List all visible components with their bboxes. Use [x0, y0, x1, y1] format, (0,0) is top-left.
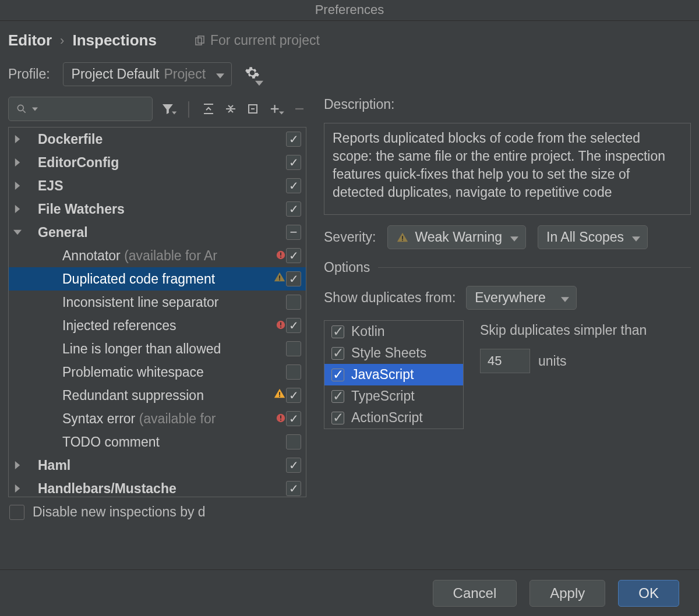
- tree-row[interactable]: General: [9, 221, 306, 244]
- tree-row[interactable]: Injected references: [9, 314, 306, 337]
- tree-item-label: Annotator (available for Ar: [62, 248, 272, 264]
- skip-value-input[interactable]: [480, 349, 530, 373]
- tree-checkbox[interactable]: [286, 225, 301, 240]
- tree-checkbox[interactable]: [286, 341, 301, 356]
- svg-point-2: [17, 105, 23, 111]
- lang-row[interactable]: ✓Style Sheets: [324, 342, 463, 364]
- severity-dropdown[interactable]: Weak Warning: [387, 225, 526, 249]
- lang-label: ActionScript: [351, 410, 423, 426]
- tree-row[interactable]: File Watchers: [9, 197, 306, 221]
- filter-icon[interactable]: [161, 101, 177, 117]
- chevron-right-icon[interactable]: [9, 484, 26, 493]
- svg-rect-24: [280, 419, 281, 420]
- tree-row[interactable]: TODO comment: [9, 430, 306, 454]
- reset-icon[interactable]: [246, 101, 260, 117]
- tree-checkbox[interactable]: [286, 178, 301, 193]
- lang-checkbox[interactable]: ✓: [331, 369, 344, 381]
- tree-checkbox[interactable]: [286, 132, 301, 147]
- dup-from-dropdown[interactable]: Everywhere: [466, 286, 577, 310]
- inspection-tree[interactable]: DockerfileEditorConfigEJSFile WatchersGe…: [8, 127, 306, 497]
- tree-item-label: TODO comment: [62, 434, 286, 450]
- tree-row[interactable]: Annotator (available for Ar: [9, 244, 306, 267]
- svg-rect-15: [279, 275, 280, 279]
- scope-dropdown[interactable]: In All Scopes: [538, 225, 648, 249]
- tree-row[interactable]: Problematic whitespace: [9, 360, 306, 384]
- copy-icon: [194, 35, 206, 47]
- add-icon[interactable]: [268, 101, 284, 117]
- chevron-right-icon[interactable]: [9, 205, 26, 213]
- description-label: Description:: [324, 97, 691, 112]
- tree-checkbox[interactable]: [286, 458, 301, 473]
- tree-checkbox[interactable]: [286, 481, 301, 496]
- error-icon: [276, 318, 286, 334]
- remove-icon[interactable]: [292, 101, 306, 117]
- chevron-down-icon[interactable]: [9, 229, 26, 235]
- tree-checkbox[interactable]: [286, 155, 301, 170]
- lang-row[interactable]: ✓ActionScript: [324, 407, 463, 429]
- tree-checkbox[interactable]: [286, 388, 301, 403]
- tree-item-label: Line is longer than allowed: [62, 341, 286, 357]
- tree-row[interactable]: EJS: [9, 174, 306, 197]
- svg-rect-16: [279, 279, 280, 281]
- tree-row[interactable]: Duplicated code fragment: [9, 267, 306, 291]
- chevron-right-icon[interactable]: [9, 158, 26, 167]
- tree-checkbox[interactable]: [286, 434, 301, 449]
- svg-rect-23: [280, 415, 281, 418]
- tree-checkbox[interactable]: [286, 411, 301, 426]
- tree-checkbox[interactable]: [286, 318, 301, 333]
- tree-row[interactable]: EditorConfig: [9, 151, 306, 174]
- chevron-right-icon[interactable]: [9, 182, 26, 190]
- language-list[interactable]: ✓Kotlin✓Style Sheets✓JavaScript✓TypeScri…: [324, 320, 464, 429]
- profile-dropdown[interactable]: Project Default Project: [63, 62, 232, 86]
- collapse-all-icon[interactable]: [224, 101, 238, 117]
- lang-checkbox[interactable]: ✓: [331, 390, 344, 403]
- tree-row[interactable]: Syntax error (available for: [9, 407, 306, 430]
- svg-rect-18: [280, 322, 281, 325]
- lang-checkbox[interactable]: ✓: [331, 412, 344, 424]
- lang-row[interactable]: ✓TypeScript: [324, 385, 463, 407]
- svg-rect-25: [403, 236, 404, 239]
- tree-row[interactable]: Inconsistent line separator: [9, 291, 306, 314]
- svg-rect-13: [280, 252, 281, 255]
- tree-row[interactable]: Handlebars/Mustache: [9, 477, 306, 497]
- tree-item-label: General: [26, 225, 286, 240]
- lang-label: JavaScript: [351, 367, 414, 383]
- breadcrumb-inspections[interactable]: Inspections: [72, 31, 156, 49]
- tree-item-label: Injected references: [62, 318, 272, 334]
- description-text[interactable]: Reports duplicated blocks of code from t…: [324, 123, 691, 215]
- tree-checkbox[interactable]: [286, 201, 301, 217]
- breadcrumb-editor[interactable]: Editor: [8, 31, 52, 49]
- tree-checkbox[interactable]: [286, 271, 301, 286]
- lang-checkbox[interactable]: ✓: [331, 347, 344, 360]
- tree-row[interactable]: Redundant suppression: [9, 384, 306, 407]
- lang-label: TypeScript: [351, 388, 415, 404]
- tree-item-label: EJS: [26, 178, 286, 194]
- chevron-right-icon[interactable]: [9, 461, 26, 469]
- divider: [378, 267, 691, 268]
- disable-new-checkbox[interactable]: [9, 505, 24, 520]
- lang-checkbox[interactable]: ✓: [331, 325, 344, 338]
- tree-item-label: Duplicated code fragment: [62, 271, 270, 287]
- tree-item-label: Handlebars/Mustache: [26, 481, 286, 497]
- dup-from-label: Show duplicates from:: [324, 290, 456, 306]
- cancel-button[interactable]: Cancel: [433, 580, 517, 607]
- lang-row[interactable]: ✓Kotlin: [324, 321, 463, 342]
- expand-all-icon[interactable]: [202, 101, 216, 117]
- tree-row[interactable]: Haml: [9, 454, 306, 477]
- tree-checkbox[interactable]: [286, 248, 301, 263]
- gear-icon[interactable]: [245, 65, 260, 84]
- search-icon: [16, 103, 27, 115]
- window-title: Preferences: [0, 0, 699, 21]
- tree-row[interactable]: Dockerfile: [9, 128, 306, 151]
- tree-checkbox[interactable]: [286, 295, 301, 310]
- lang-row[interactable]: ✓JavaScript: [324, 364, 463, 385]
- tree-checkbox[interactable]: [286, 364, 301, 380]
- apply-button[interactable]: Apply: [529, 580, 605, 607]
- ok-button[interactable]: OK: [618, 580, 679, 607]
- search-input[interactable]: [8, 97, 153, 121]
- chevron-down-icon[interactable]: [32, 107, 38, 111]
- svg-rect-26: [403, 239, 404, 240]
- tree-row[interactable]: Line is longer than allowed: [9, 337, 306, 360]
- chevron-right-icon[interactable]: [9, 135, 26, 143]
- lang-label: Kotlin: [351, 324, 385, 339]
